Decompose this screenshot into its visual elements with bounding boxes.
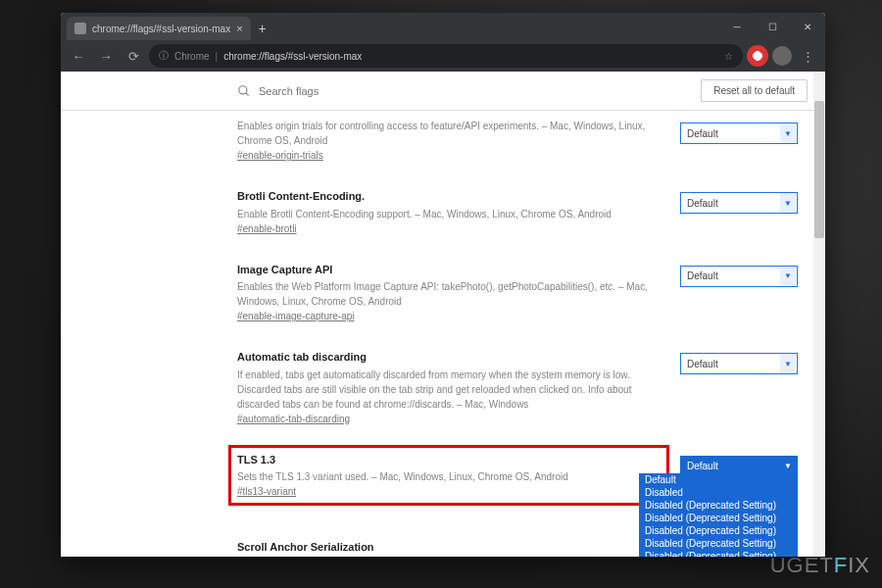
flag-title: Scroll Anchor Serialization <box>237 539 661 556</box>
dropdown-option[interactable]: Disabled (Deprecated Setting) <box>639 512 798 524</box>
search-box <box>237 84 433 98</box>
flag-title: TLS 1.3 <box>237 452 661 468</box>
scrollbar-thumb[interactable] <box>814 101 824 238</box>
tab-bar: chrome://flags/#ssl-version-max × + ─ ☐ … <box>61 13 825 40</box>
close-tab-icon[interactable]: × <box>236 23 242 34</box>
svg-point-0 <box>239 85 247 93</box>
reload-button[interactable]: ⟳ <box>122 44 145 68</box>
flag-anchor-link[interactable]: #enable-image-capture-api <box>237 311 355 321</box>
flag-item: Brotli Content-Encoding. Enable Brotli C… <box>237 178 808 252</box>
flag-dropdown[interactable]: Default▼ <box>680 266 798 287</box>
svg-line-1 <box>246 92 249 95</box>
profile-avatar[interactable] <box>772 46 792 66</box>
maximize-button[interactable]: ☐ <box>755 13 790 40</box>
flag-description: Enable Brotli Content-Encoding support. … <box>237 207 661 221</box>
scrollbar-track[interactable] <box>813 72 825 557</box>
flag-description: Enables origin trials for controlling ac… <box>237 119 661 148</box>
chevron-down-icon: ▼ <box>780 354 796 373</box>
flags-list[interactable]: Enables origin trials for controlling ac… <box>61 109 825 557</box>
dropdown-option[interactable]: Disabled (Deprecated Setting) <box>639 550 798 558</box>
site-info-icon[interactable]: ⓘ <box>159 49 169 63</box>
forward-button[interactable]: → <box>94 44 118 68</box>
close-window-button[interactable]: ✕ <box>790 13 825 40</box>
toolbar: ← → ⟳ ⓘ Chrome | chrome://flags/#ssl-ver… <box>61 40 825 72</box>
browser-tab[interactable]: chrome://flags/#ssl-version-max × <box>67 17 251 40</box>
new-tab-button[interactable]: + <box>251 17 274 40</box>
reset-all-button[interactable]: Reset all to default <box>701 79 808 102</box>
browser-window: chrome://flags/#ssl-version-max × + ─ ☐ … <box>61 13 825 557</box>
extension-icon[interactable] <box>747 45 768 67</box>
flag-item: Image Capture API Enables the Web Platfo… <box>237 252 808 340</box>
flag-dropdown[interactable]: Default▼ <box>680 353 798 374</box>
chevron-down-icon: ▼ <box>780 123 796 143</box>
page-content: Reset all to default Enables origin tria… <box>61 72 825 557</box>
bookmark-icon[interactable]: ☆ <box>724 51 733 62</box>
dropdown-option[interactable]: Disabled (Deprecated Setting) <box>639 499 798 512</box>
flag-title: Automatic tab discarding <box>237 349 661 366</box>
dropdown-listbox[interactable]: DefaultDisabledDisabled (Deprecated Sett… <box>639 473 798 558</box>
flag-title: Image Capture API <box>237 262 661 278</box>
flag-dropdown[interactable]: Default▼ <box>680 192 798 214</box>
menu-button[interactable]: ⋮ <box>796 44 819 68</box>
flag-item-tls13: TLS 1.3 Sets the TLS 1.3 variant used. –… <box>237 442 808 530</box>
url-prefix: Chrome <box>174 51 210 62</box>
url-path: chrome://flags/#ssl-version-max <box>223 51 362 62</box>
search-icon <box>237 84 251 98</box>
tls13-highlight: TLS 1.3 Sets the TLS 1.3 variant used. –… <box>228 445 669 507</box>
window-controls: ─ ☐ ✕ <box>719 13 825 40</box>
flag-anchor-link[interactable]: #enable-origin-trials <box>237 150 323 161</box>
search-input[interactable] <box>259 85 396 97</box>
tab-title: chrome://flags/#ssl-version-max <box>92 24 230 34</box>
flag-anchor-link[interactable]: #tls13-variant <box>237 486 296 497</box>
flag-title: Brotli Content-Encoding. <box>237 188 661 205</box>
flag-description: Sets the TLS 1.3 variant used. – Mac, Wi… <box>237 469 661 484</box>
flag-item: Enables origin trials for controlling ac… <box>237 109 808 178</box>
flag-anchor-link[interactable]: #automatic-tab-discarding <box>237 414 350 424</box>
dropdown-option[interactable]: Disabled (Deprecated Setting) <box>639 524 798 537</box>
back-button[interactable]: ← <box>67 44 90 68</box>
flags-topbar: Reset all to default <box>61 72 825 111</box>
flag-item: Automatic tab discarding If enabled, tab… <box>237 339 808 442</box>
dropdown-option[interactable]: Disabled <box>639 486 798 499</box>
chevron-down-icon: ▼ <box>780 193 796 213</box>
flag-description: If enabled, tabs get automatically disca… <box>237 368 661 412</box>
flag-dropdown[interactable]: Default▼ <box>680 122 798 144</box>
dropdown-option[interactable]: Disabled (Deprecated Setting) <box>639 537 798 550</box>
minimize-button[interactable]: ─ <box>719 13 755 40</box>
flag-anchor-link[interactable]: #enable-brotli <box>237 223 297 234</box>
flag-description: Enables the Web Platform Image Capture A… <box>237 279 661 309</box>
dropdown-option[interactable]: Default <box>639 473 798 486</box>
chevron-down-icon: ▼ <box>780 267 796 286</box>
address-bar[interactable]: ⓘ Chrome | chrome://flags/#ssl-version-m… <box>149 44 743 68</box>
tab-favicon <box>74 23 86 34</box>
